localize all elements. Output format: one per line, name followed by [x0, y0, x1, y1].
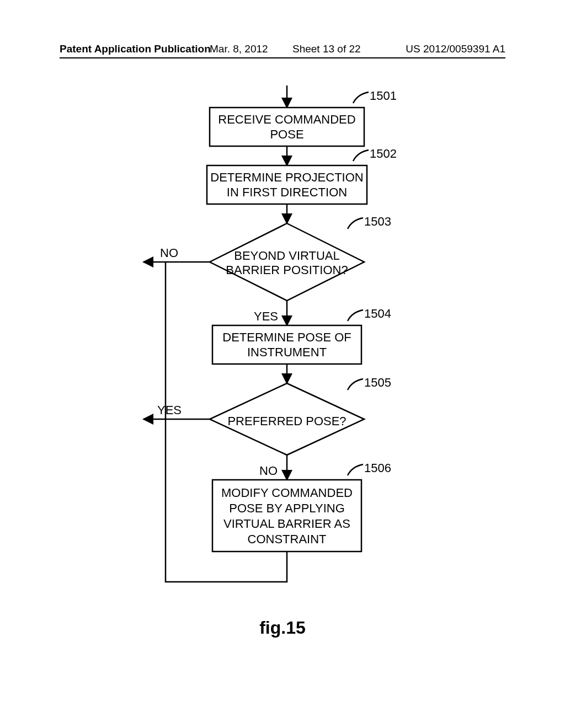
- ref-1501: 1501: [370, 89, 397, 103]
- step-1504-line1: DETERMINE POSE OF: [222, 330, 351, 344]
- header-date: Mar. 8, 2012: [210, 43, 268, 55]
- header-sheet: Sheet 13 of 22: [292, 43, 361, 55]
- label-1503-yes: YES: [254, 309, 278, 323]
- ref-leader-1505: [348, 379, 363, 390]
- label-1505-yes: YES: [157, 403, 182, 417]
- ref-leader-1506: [348, 464, 363, 475]
- step-1501-line2: POSE: [270, 127, 303, 141]
- step-1506-line2: POSE BY APPLYING: [229, 501, 345, 515]
- ref-1506: 1506: [364, 461, 391, 475]
- step-1502-line1: DETERMINE PROJECTION: [210, 170, 363, 184]
- ref-leader-1501: [353, 92, 369, 103]
- header-pubno: US 2012/0059391 A1: [406, 43, 505, 55]
- ref-leader-1502: [353, 150, 369, 161]
- ref-leader-1504: [348, 310, 363, 321]
- decision-1503-line2: BARRIER POSITION?: [226, 263, 348, 277]
- step-1501-line1: RECEIVE COMMANDED: [218, 113, 355, 126]
- ref-1504: 1504: [364, 307, 391, 320]
- header-publication: Patent Application Publication: [60, 43, 211, 55]
- step-1506-line3: VIRTUAL BARRIER AS: [223, 517, 350, 531]
- page: Patent Application Publication Mar. 8, 2…: [0, 0, 565, 728]
- decision-1503-line1: BEYOND VIRTUAL: [234, 249, 340, 263]
- label-1505-no: NO: [259, 464, 278, 478]
- header-rule: [60, 57, 505, 58]
- step-1502-line2: IN FIRST DIRECTION: [227, 185, 347, 199]
- flowchart: RECEIVE COMMANDED POSE 1501 DETERMINE PR…: [127, 85, 436, 604]
- step-1506-line1: MODIFY COMMANDED: [221, 486, 353, 500]
- figure-label: fig.15: [0, 618, 565, 638]
- ref-leader-1503: [348, 218, 363, 229]
- step-1504-line2: INSTRUMENT: [247, 345, 327, 359]
- ref-1503: 1503: [364, 215, 391, 228]
- ref-1502: 1502: [370, 147, 397, 160]
- label-1503-no: NO: [160, 246, 178, 260]
- step-1506-line4: CONSTRAINT: [248, 532, 327, 546]
- ref-1505: 1505: [364, 376, 391, 389]
- decision-1505-text: PREFERRED POSE?: [227, 414, 346, 428]
